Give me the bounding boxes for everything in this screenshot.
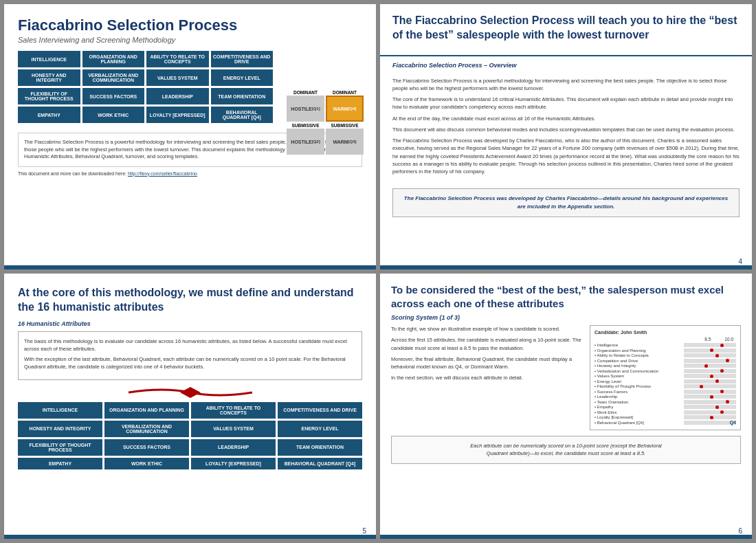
attr-cell-3: EMPATHY [18, 458, 102, 469]
score-row: • Values System [594, 374, 736, 378]
slide3-para1: The basis of this methodology is to eval… [24, 337, 356, 353]
attr-cell: LEADERSHIP [146, 88, 209, 104]
slide4-para1: To the right, we show an illustrative ex… [391, 325, 584, 333]
score-row: • Energy Level [594, 379, 736, 384]
slide4-bottom-bar [380, 535, 752, 539]
score-row: • Empathy [594, 405, 736, 409]
attr-cell-3: WORK ETHIC [104, 458, 189, 469]
attr-cell: COMPETITIVENESS AND DRIVE [211, 51, 274, 67]
slide-1: Fiaccabrino Selection Process Sales Inte… [4, 4, 376, 269]
slide2-header: The Fiaccabrino Selection Process will t… [380, 4, 752, 56]
attr-cell-3: INTELLIGENCE [18, 402, 102, 419]
slide2-paragraph: At the end of the day, the candidate mus… [392, 115, 740, 122]
attr-cell-3: ENERGY LEVEL [278, 421, 362, 437]
slide3-para2: With the exception of the last attribute… [24, 355, 356, 371]
slide4-score-chart: Candidate: John Smith 8.5 10.0 • Intelli… [590, 325, 741, 430]
slide2-big-title: The Fiaccabrino Selection Process will t… [392, 14, 740, 43]
attr-cell-3: VERBALIZATION AND COMMUNICATION [104, 421, 189, 437]
quadrant-wrapper: DOMINANT HOSTILE[Q1] DOMINANT WARM[Q4] S… [287, 90, 364, 155]
attr-cell-3: LEADERSHIP [191, 439, 276, 456]
attr-cell-3: TEAM ORIENTATION [278, 439, 362, 456]
slide4-bottom-quote: Each attribute can be numerically scored… [391, 436, 741, 464]
slide3-page-num: 5 [362, 527, 366, 535]
attr-cell-3: SUCCESS FACTORS [104, 439, 189, 456]
slide3-divider [18, 386, 362, 399]
slide3-sub: 16 Humanistic Attributes [18, 320, 362, 327]
score-row: • Competition and Drive [594, 359, 736, 363]
slide4-scoring-layout: To the right, we show an illustrative ex… [391, 325, 741, 430]
slide3-header: At the core of this methodology, we must… [18, 286, 362, 315]
slide4-chart-title: Candidate: John Smith [594, 330, 736, 335]
slide1-subtitle: Sales Interviewing and Screening Methodo… [18, 36, 362, 44]
slide2-paragraph: This document will also discuss common b… [392, 126, 740, 133]
attr-cell-3: COMPETITIVENESS AND DRIVE [278, 402, 362, 419]
attr-cell: WORK ETHIC [82, 107, 145, 123]
slide-2: The Fiaccabrino Selection Process will t… [380, 4, 752, 269]
svg-marker-0 [180, 387, 201, 398]
score-row: • Honesty and Integrity [594, 364, 736, 368]
slide4-sub: Scoring System (1 of 3) [391, 314, 741, 321]
attr-cell-3: ABILITY TO RELATE TO CONCEPTS [191, 402, 276, 419]
score-row: • Flexibility of Thought Process [594, 384, 736, 388]
attr-cell: ABILITY TO RELATE TO CONCEPTS [146, 51, 209, 67]
slide-3: At the core of this methodology, we must… [4, 274, 376, 539]
score-row: • Organization and Planning [594, 348, 736, 353]
attr-cell: EMPATHY [18, 107, 80, 123]
slide2-paragraph: The core of the framework is to understa… [392, 96, 740, 111]
slide2-paragraph: The Fiaccabrino Selection Process is a p… [392, 77, 740, 93]
slide4-para4: In the next section, we will discuss eac… [391, 374, 584, 381]
attr-cell: HONESTY AND INTEGRITY [18, 69, 80, 86]
attr-cell-3: VALUES SYSTEM [191, 421, 276, 437]
attr-cell-3: ORGANIZATION AND PLANNING [104, 402, 189, 419]
attr-cell: VERBALIZATION AND COMMUNICATION [82, 69, 145, 86]
score-row: • Behavioral Quadrant [Q4]Q4 [594, 421, 736, 425]
attr-cell-3: BEHAVIORAL QUADRANT [Q4] [278, 458, 362, 469]
slide1-bottom-bar [4, 265, 376, 269]
slide4-para2: Across the first 15 attributes, the cand… [391, 336, 584, 352]
slide2-paragraph: The Fiaccabrino Selection Process was de… [392, 137, 740, 175]
slide1-link-url[interactable]: http://flevy.com/seller/fiaccabrino [128, 171, 197, 176]
attr-cell-3: HONESTY AND INTEGRITY [18, 421, 102, 437]
score-row: • Ability to Relate to Concepts [594, 353, 736, 357]
attr-cell-3: FLEXIBILITY OF THOUGHT PROCESS [18, 439, 102, 456]
slide1-title: Fiaccabrino Selection Process [18, 16, 362, 34]
attr-cell: TEAM ORIENTATION [211, 88, 274, 104]
slide2-page-num: 4 [738, 258, 742, 265]
slide2-bottom-bar [380, 265, 752, 269]
attr-cell: INTELLIGENCE [18, 51, 80, 67]
slide4-header: To be considered the “best of the best,”… [391, 283, 741, 310]
slide4-page-num: 6 [738, 527, 742, 535]
attributes-grid-1: INTELLIGENCEORGANIZATION AND PLANNINGABI… [18, 51, 273, 123]
score-row: • Leadership [594, 395, 736, 399]
slide2-section-title: Fiaccabrino Selection Process – Overview [380, 56, 752, 69]
slide4-scoring-text: To the right, we show an illustrative ex… [391, 325, 584, 430]
score-row: • Success Factors [594, 390, 736, 394]
attr-cell: SUCCESS FACTORS [82, 88, 145, 104]
score-rows-container: • Intelligence• Organization and Plannin… [594, 343, 736, 425]
slide2-content: The Fiaccabrino Selection Process is a p… [380, 73, 752, 184]
attr-cell: ORGANIZATION AND PLANNING [82, 51, 145, 67]
score-row: • Verbalization and Communication [594, 369, 736, 373]
attr-cell-3: LOYALTY [EXPRESSED] [191, 458, 276, 469]
attr-cell: LOYALTY [EXPRESSED] [146, 107, 209, 123]
slide3-attrs-grid: INTELLIGENCEORGANIZATION AND PLANNINGABI… [18, 402, 362, 469]
score-row: • Team Orientation [594, 400, 736, 404]
attr-cell: ENERGY LEVEL [211, 69, 274, 86]
attr-cell: BEHAVIORAL QUADRANT [Q4] [211, 107, 274, 123]
score-row: • Intelligence [594, 343, 736, 347]
slide3-bottom-bar [4, 535, 376, 539]
slide1-link: This document and more can be downloaded… [18, 171, 362, 176]
attr-cell: VALUES SYSTEM [146, 69, 209, 86]
slide4-chart-range: 8.5 10.0 [594, 337, 736, 342]
slide3-info-box: The basis of this methodology is to eval… [18, 331, 362, 380]
attr-cell: FLEXIBILITY OF THOUGHT PROCESS [18, 88, 80, 104]
score-row: • Work Ethic [594, 410, 736, 414]
slide-4: To be considered the “best of the best,”… [380, 274, 752, 539]
slide4-para3: Moreover, the final attribute, Behaviora… [391, 355, 584, 371]
slide2-quote: The Fiaccabrino Selection Process was de… [392, 188, 740, 217]
score-row: • Loyalty [Expressed] [594, 415, 736, 419]
